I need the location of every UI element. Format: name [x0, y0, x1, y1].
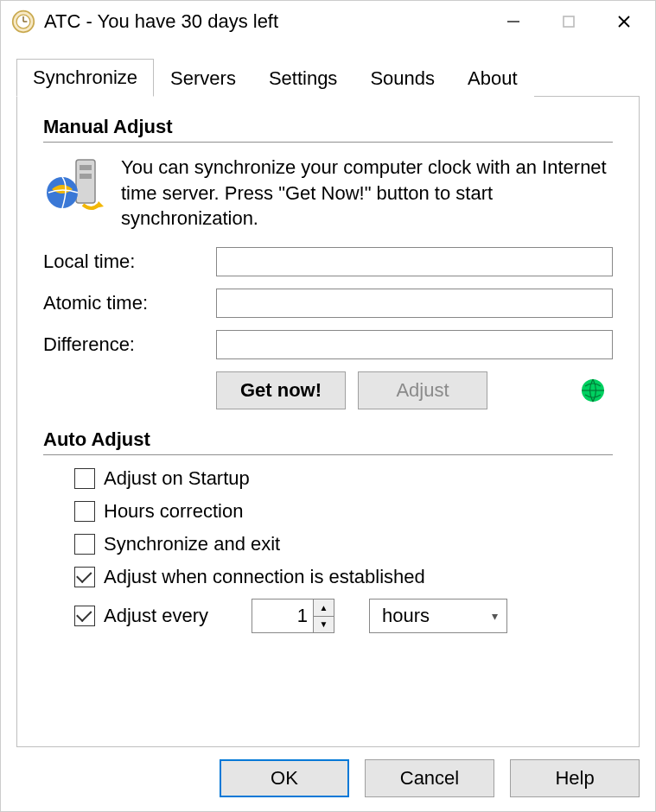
app-icon: [11, 10, 35, 34]
title-bar: ATC - You have 30 days left: [1, 1, 655, 42]
checkbox-sync-exit-label: Synchronize and exit: [104, 533, 280, 555]
dialog-button-row: OK Cancel Help: [1, 747, 655, 811]
app-window: ATC - You have 30 days left Synchronize …: [0, 0, 656, 812]
svg-rect-10: [80, 174, 92, 179]
tab-sounds[interactable]: Sounds: [353, 60, 451, 97]
chevron-down-icon: ▾: [492, 609, 498, 623]
adjust-button: Adjust: [358, 371, 487, 409]
cancel-button[interactable]: Cancel: [365, 759, 494, 797]
checkbox-every[interactable]: [74, 606, 95, 626]
every-number-input[interactable]: [252, 599, 313, 632]
window-title: ATC - You have 30 days left: [44, 10, 486, 33]
manual-description-text: You can synchronize your computer clock …: [121, 155, 613, 232]
atomic-time-label: Atomic time:: [43, 292, 216, 314]
svg-rect-9: [80, 165, 92, 170]
globe-status-icon: [580, 377, 606, 403]
manual-button-row: Get now! Adjust: [216, 371, 613, 409]
tab-about[interactable]: About: [451, 60, 534, 97]
checkbox-row-connection: Adjust when connection is established: [74, 566, 613, 588]
maximize-button[interactable]: [541, 3, 596, 41]
every-unit-select[interactable]: hours ▾: [369, 599, 507, 633]
tab-strip: Synchronize Servers Settings Sounds Abou…: [16, 58, 640, 96]
checkbox-hours-label: Hours correction: [104, 500, 243, 523]
minimize-button[interactable]: [486, 3, 541, 41]
adjust-every-row: Adjust every ▲ ▼ hours ▾: [74, 599, 613, 633]
every-spinner: ▲ ▼: [313, 599, 334, 632]
content-area: Synchronize Servers Settings Sounds Abou…: [1, 42, 655, 747]
get-now-button[interactable]: Get now!: [216, 371, 346, 409]
checkbox-row-startup: Adjust on Startup: [74, 467, 613, 490]
checkbox-connection[interactable]: [74, 567, 95, 587]
local-time-label: Local time:: [43, 251, 216, 273]
tab-settings[interactable]: Settings: [252, 60, 354, 97]
every-spin-down[interactable]: ▼: [314, 617, 334, 633]
checkbox-row-hours: Hours correction: [74, 500, 613, 523]
window-controls: [486, 3, 652, 41]
local-time-row: Local time:: [43, 247, 613, 276]
local-time-field[interactable]: [216, 247, 613, 276]
close-button[interactable]: [596, 3, 652, 41]
auto-adjust-heading: Auto Adjust: [43, 428, 613, 455]
every-spin-up[interactable]: ▲: [314, 599, 334, 617]
svg-rect-5: [564, 16, 574, 27]
difference-field[interactable]: [216, 330, 613, 359]
checkbox-startup-label: Adjust on Startup: [104, 467, 250, 490]
checkbox-connection-label: Adjust when connection is established: [104, 566, 425, 588]
every-number-wrap: ▲ ▼: [252, 599, 334, 633]
atomic-time-row: Atomic time:: [43, 289, 613, 318]
difference-row: Difference:: [43, 330, 613, 359]
checkbox-every-label: Adjust every: [104, 605, 208, 627]
manual-adjust-heading: Manual Adjust: [43, 116, 613, 143]
atomic-time-field[interactable]: [216, 289, 613, 318]
every-unit-value: hours: [382, 605, 430, 627]
tab-synchronize[interactable]: Synchronize: [16, 59, 154, 97]
tab-servers[interactable]: Servers: [154, 60, 252, 97]
manual-description-row: You can synchronize your computer clock …: [43, 155, 613, 232]
checkbox-row-sync-exit: Synchronize and exit: [74, 533, 613, 555]
difference-label: Difference:: [43, 333, 216, 356]
checkbox-sync-exit[interactable]: [74, 534, 95, 555]
ok-button[interactable]: OK: [220, 759, 349, 797]
sync-globe-server-icon: [43, 155, 105, 217]
checkbox-hours-correction[interactable]: [74, 501, 95, 522]
tab-pane-synchronize: Manual Adjust You can synch: [16, 96, 640, 747]
checkbox-startup[interactable]: [74, 468, 95, 489]
help-button[interactable]: Help: [510, 759, 640, 797]
